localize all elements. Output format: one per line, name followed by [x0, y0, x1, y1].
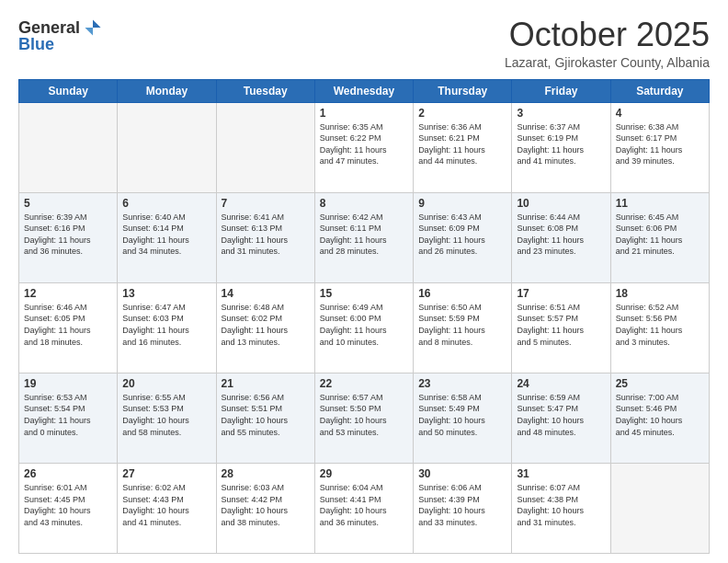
table-row: 22Sunrise: 6:57 AMSunset: 5:50 PMDayligh… [314, 373, 413, 463]
day-number: 24 [517, 377, 605, 390]
table-row: 27Sunrise: 6:02 AMSunset: 4:43 PMDayligh… [118, 463, 216, 553]
day-number: 26 [24, 467, 112, 480]
day-number: 31 [517, 467, 605, 480]
table-row: 14Sunrise: 6:48 AMSunset: 6:02 PMDayligh… [216, 282, 314, 373]
table-row: 16Sunrise: 6:50 AMSunset: 5:59 PMDayligh… [414, 282, 512, 373]
day-info: Sunrise: 6:52 AMSunset: 5:56 PMDaylight:… [616, 302, 704, 348]
table-row [216, 102, 314, 192]
table-row: 10Sunrise: 6:44 AMSunset: 6:08 PMDayligh… [512, 192, 610, 282]
table-row: 29Sunrise: 6:04 AMSunset: 4:41 PMDayligh… [314, 463, 413, 553]
svg-marker-1 [85, 28, 93, 36]
day-number: 18 [616, 287, 704, 300]
day-info: Sunrise: 6:04 AMSunset: 4:41 PMDaylight:… [320, 482, 408, 528]
logo-icon [82, 17, 104, 39]
day-info: Sunrise: 6:44 AMSunset: 6:08 PMDaylight:… [517, 212, 605, 258]
table-row [610, 463, 709, 553]
day-number: 14 [222, 287, 310, 300]
table-row: 28Sunrise: 6:03 AMSunset: 4:42 PMDayligh… [216, 463, 314, 553]
day-info: Sunrise: 6:57 AMSunset: 5:50 PMDaylight:… [320, 392, 408, 438]
table-row: 7Sunrise: 6:41 AMSunset: 6:13 PMDaylight… [216, 192, 314, 282]
day-info: Sunrise: 6:42 AMSunset: 6:11 PMDaylight:… [320, 212, 408, 258]
logo: General Blue [18, 17, 104, 54]
day-info: Sunrise: 6:03 AMSunset: 4:42 PMDaylight:… [222, 482, 310, 528]
day-info: Sunrise: 6:07 AMSunset: 4:38 PMDaylight:… [517, 482, 605, 528]
day-number: 27 [122, 467, 210, 480]
table-row: 4Sunrise: 6:38 AMSunset: 6:17 PMDaylight… [610, 102, 709, 192]
col-sunday: Sunday [19, 79, 118, 102]
day-info: Sunrise: 6:45 AMSunset: 6:06 PMDaylight:… [616, 212, 704, 258]
day-info: Sunrise: 6:56 AMSunset: 5:51 PMDaylight:… [222, 392, 310, 438]
table-row: 2Sunrise: 6:36 AMSunset: 6:21 PMDaylight… [414, 102, 512, 192]
day-number: 7 [222, 197, 310, 210]
table-row: 12Sunrise: 6:46 AMSunset: 6:05 PMDayligh… [19, 282, 118, 373]
calendar-week-row: 12Sunrise: 6:46 AMSunset: 6:05 PMDayligh… [19, 282, 710, 373]
table-row: 17Sunrise: 6:51 AMSunset: 5:57 PMDayligh… [512, 282, 610, 373]
day-info: Sunrise: 6:55 AMSunset: 5:53 PMDaylight:… [122, 392, 210, 438]
table-row: 6Sunrise: 6:40 AMSunset: 6:14 PMDaylight… [118, 192, 216, 282]
col-friday: Friday [512, 79, 610, 102]
calendar-week-row: 5Sunrise: 6:39 AMSunset: 6:16 PMDaylight… [19, 192, 710, 282]
table-row: 31Sunrise: 6:07 AMSunset: 4:38 PMDayligh… [512, 463, 610, 553]
col-thursday: Thursday [414, 79, 512, 102]
day-number: 25 [616, 377, 704, 390]
table-row: 9Sunrise: 6:43 AMSunset: 6:09 PMDaylight… [414, 192, 512, 282]
day-number: 8 [320, 197, 408, 210]
col-wednesday: Wednesday [314, 79, 413, 102]
day-number: 28 [222, 467, 310, 480]
day-number: 16 [418, 287, 506, 300]
table-row: 3Sunrise: 6:37 AMSunset: 6:19 PMDaylight… [512, 102, 610, 192]
header: General Blue October 2025 Lazarat, Gjiro… [18, 17, 710, 70]
day-number: 5 [24, 197, 112, 210]
logo-blue: Blue [18, 35, 54, 54]
table-row: 25Sunrise: 7:00 AMSunset: 5:46 PMDayligh… [610, 373, 709, 463]
table-row [19, 102, 118, 192]
day-number: 6 [122, 197, 210, 210]
table-row [118, 102, 216, 192]
table-row: 24Sunrise: 6:59 AMSunset: 5:47 PMDayligh… [512, 373, 610, 463]
day-number: 11 [616, 197, 704, 210]
day-number: 3 [517, 107, 605, 120]
location-title: Lazarat, Gjirokaster County, Albania [505, 55, 710, 70]
day-number: 22 [320, 377, 408, 390]
day-number: 20 [122, 377, 210, 390]
day-info: Sunrise: 6:48 AMSunset: 6:02 PMDaylight:… [222, 302, 310, 348]
day-number: 9 [418, 197, 506, 210]
table-row: 15Sunrise: 6:49 AMSunset: 6:00 PMDayligh… [314, 282, 413, 373]
table-row: 13Sunrise: 6:47 AMSunset: 6:03 PMDayligh… [118, 282, 216, 373]
day-number: 10 [517, 197, 605, 210]
day-info: Sunrise: 6:46 AMSunset: 6:05 PMDaylight:… [24, 302, 112, 348]
calendar-header-row: Sunday Monday Tuesday Wednesday Thursday… [19, 79, 710, 102]
day-info: Sunrise: 6:37 AMSunset: 6:19 PMDaylight:… [517, 121, 605, 167]
day-number: 19 [24, 377, 112, 390]
day-info: Sunrise: 7:00 AMSunset: 5:46 PMDaylight:… [616, 392, 704, 438]
col-monday: Monday [118, 79, 216, 102]
col-tuesday: Tuesday [216, 79, 314, 102]
day-info: Sunrise: 6:38 AMSunset: 6:17 PMDaylight:… [616, 121, 704, 167]
day-number: 21 [222, 377, 310, 390]
day-number: 30 [418, 467, 506, 480]
calendar-week-row: 1Sunrise: 6:35 AMSunset: 6:22 PMDaylight… [19, 102, 710, 192]
day-info: Sunrise: 6:35 AMSunset: 6:22 PMDaylight:… [320, 121, 408, 167]
day-number: 15 [320, 287, 408, 300]
table-row: 18Sunrise: 6:52 AMSunset: 5:56 PMDayligh… [610, 282, 709, 373]
day-info: Sunrise: 6:58 AMSunset: 5:49 PMDaylight:… [418, 392, 506, 438]
day-info: Sunrise: 6:40 AMSunset: 6:14 PMDaylight:… [122, 212, 210, 258]
day-info: Sunrise: 6:06 AMSunset: 4:39 PMDaylight:… [418, 482, 506, 528]
day-info: Sunrise: 6:53 AMSunset: 5:54 PMDaylight:… [24, 392, 112, 438]
day-info: Sunrise: 6:01 AMSunset: 4:45 PMDaylight:… [24, 482, 112, 528]
day-info: Sunrise: 6:59 AMSunset: 5:47 PMDaylight:… [517, 392, 605, 438]
table-row: 21Sunrise: 6:56 AMSunset: 5:51 PMDayligh… [216, 373, 314, 463]
day-info: Sunrise: 6:39 AMSunset: 6:16 PMDaylight:… [24, 212, 112, 258]
day-number: 1 [320, 107, 408, 120]
day-number: 4 [616, 107, 704, 120]
month-title: October 2025 [505, 17, 710, 53]
day-number: 2 [418, 107, 506, 120]
table-row: 19Sunrise: 6:53 AMSunset: 5:54 PMDayligh… [19, 373, 118, 463]
day-number: 23 [418, 377, 506, 390]
svg-marker-0 [93, 19, 101, 28]
calendar-week-row: 26Sunrise: 6:01 AMSunset: 4:45 PMDayligh… [19, 463, 710, 553]
table-row: 23Sunrise: 6:58 AMSunset: 5:49 PMDayligh… [414, 373, 512, 463]
table-row: 5Sunrise: 6:39 AMSunset: 6:16 PMDaylight… [19, 192, 118, 282]
day-info: Sunrise: 6:47 AMSunset: 6:03 PMDaylight:… [122, 302, 210, 348]
day-info: Sunrise: 6:50 AMSunset: 5:59 PMDaylight:… [418, 302, 506, 348]
